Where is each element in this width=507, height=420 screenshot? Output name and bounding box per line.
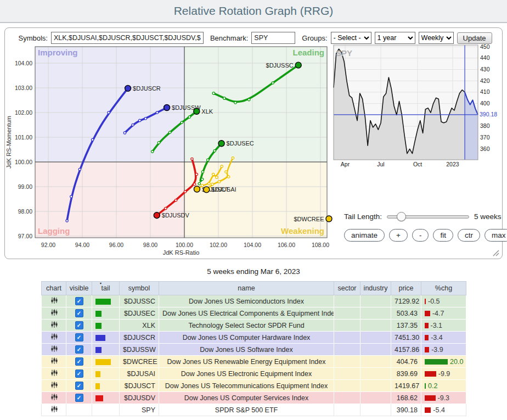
svg-text:101.00: 101.00 bbox=[15, 134, 32, 141]
chart-cell[interactable] bbox=[42, 295, 66, 307]
visible-checkbox[interactable]: ✓ bbox=[75, 345, 83, 354]
table-row[interactable]: ✓$DJUSSCDow Jones US Semiconductors Inde… bbox=[42, 295, 466, 307]
rrg-dot-$DJUSCT[interactable] bbox=[194, 186, 200, 192]
visible-checkbox[interactable]: ✓ bbox=[75, 394, 83, 402]
pct-chg-value: 0.2 bbox=[428, 382, 437, 390]
visible-checkbox[interactable]: ✓ bbox=[75, 309, 83, 317]
fit-button[interactable]: fit bbox=[433, 229, 453, 242]
rrg-dot-$DJUSEC[interactable] bbox=[218, 141, 224, 147]
chart-cell[interactable] bbox=[42, 392, 66, 404]
max-button[interactable]: max bbox=[485, 229, 507, 242]
chart-icon[interactable] bbox=[50, 296, 58, 304]
visible-checkbox[interactable]: ✓ bbox=[75, 297, 83, 305]
symbol-cell: $DJUSCR bbox=[120, 332, 159, 344]
chart-cell[interactable] bbox=[42, 332, 66, 344]
symbols-label: Symbols: bbox=[18, 34, 47, 42]
benchmark-input[interactable] bbox=[251, 32, 295, 44]
table-row[interactable]: ✓XLKTechnology Select Sector SPDR Fund13… bbox=[42, 320, 466, 332]
tail-cell bbox=[92, 307, 120, 320]
table-row[interactable]: ✓$DJUSECDow Jones US Electrical Componen… bbox=[42, 307, 466, 320]
chart-cell[interactable] bbox=[42, 368, 66, 380]
chart-cell[interactable] bbox=[42, 356, 66, 368]
rrg-app: Relative Rotation Graph (RRG) Symbols: B… bbox=[0, 0, 507, 420]
chart-cell[interactable] bbox=[42, 320, 66, 332]
animate-button[interactable]: animate bbox=[344, 229, 385, 242]
visible-cell[interactable]: ✓ bbox=[66, 368, 92, 380]
column-header-industry[interactable]: industry bbox=[360, 282, 391, 295]
chart-cell[interactable] bbox=[42, 307, 66, 320]
pct-chg-value: 20.0 bbox=[450, 358, 463, 366]
visible-checkbox[interactable]: ✓ bbox=[75, 333, 83, 341]
tail-swatch bbox=[95, 323, 102, 329]
visible-cell[interactable]: ✓ bbox=[66, 344, 92, 356]
chart-icon[interactable] bbox=[50, 345, 58, 352]
table-row[interactable]: SPYSPDR S&P 500 ETF390.18-5.4 bbox=[42, 404, 466, 416]
tail-length-slider-thumb[interactable] bbox=[397, 212, 406, 221]
frequency-select[interactable]: Weekly bbox=[419, 32, 454, 44]
chart-icon[interactable] bbox=[50, 369, 58, 377]
update-button[interactable]: Update bbox=[457, 32, 492, 44]
rrg-dot-$DJUSSW[interactable] bbox=[164, 105, 170, 111]
table-row[interactable]: ✓$DJUSAIDow Jones US Electronic Equipmen… bbox=[42, 368, 466, 380]
column-header-name[interactable]: name bbox=[159, 282, 334, 295]
column-header-chg[interactable]: %chg bbox=[421, 282, 466, 295]
visible-checkbox[interactable]: ✓ bbox=[75, 369, 83, 378]
chart-icon[interactable] bbox=[50, 381, 58, 389]
table-row[interactable]: ✓$DJUSCTDow Jones US Telecommunications … bbox=[42, 380, 466, 392]
visible-cell[interactable]: ✓ bbox=[66, 307, 92, 320]
column-header-symbol[interactable]: symbol bbox=[120, 282, 159, 295]
visible-checkbox[interactable]: ✓ bbox=[75, 357, 83, 366]
center-button[interactable]: ctr bbox=[458, 229, 480, 242]
chart-cell[interactable] bbox=[42, 380, 66, 392]
name-cell: Dow Jones US Computer Services Index bbox=[159, 392, 334, 404]
symbols-input[interactable] bbox=[51, 32, 204, 44]
tail-swatch bbox=[95, 311, 102, 317]
resize-grip-icon[interactable] bbox=[492, 249, 499, 256]
rrg-dot-$DJUSSC[interactable] bbox=[295, 62, 301, 68]
svg-text:108.00: 108.00 bbox=[312, 242, 329, 248]
tail-length-control: Tail Length: 5 weeks bbox=[344, 212, 502, 221]
table-row[interactable]: ✓$DWCREEDow Jones US Renewable Energy Eq… bbox=[42, 356, 466, 368]
visible-cell[interactable]: ✓ bbox=[66, 392, 92, 404]
visible-cell[interactable] bbox=[66, 404, 92, 416]
tail-length-slider[interactable] bbox=[387, 215, 469, 219]
column-header-price[interactable]: price bbox=[391, 282, 421, 295]
groups-select[interactable]: - Select - bbox=[331, 32, 371, 44]
visible-cell[interactable]: ✓ bbox=[66, 295, 92, 307]
zoom-in-button[interactable]: + bbox=[389, 229, 408, 242]
rrg-dot-XLK[interactable] bbox=[194, 108, 200, 114]
chart-cell[interactable] bbox=[42, 404, 66, 416]
chart-icon[interactable] bbox=[50, 393, 58, 401]
chart-icon[interactable] bbox=[50, 321, 58, 328]
table-row[interactable]: ✓$DJUSCRDow Jones US Computer Hardware I… bbox=[42, 332, 466, 344]
chart-icon[interactable] bbox=[50, 309, 58, 316]
chart-icon[interactable] bbox=[50, 333, 58, 340]
chart-cell[interactable] bbox=[42, 344, 66, 356]
period-select[interactable]: 1 year bbox=[375, 32, 415, 44]
industry-cell bbox=[360, 380, 391, 392]
column-header-tail[interactable]: tail▾ bbox=[92, 282, 120, 295]
visible-cell[interactable]: ✓ bbox=[66, 332, 92, 344]
visible-checkbox[interactable]: ✓ bbox=[75, 382, 83, 390]
rrg-dot-$DJUSCR[interactable] bbox=[125, 85, 131, 91]
visible-cell[interactable]: ✓ bbox=[66, 380, 92, 392]
chart-icon[interactable] bbox=[50, 405, 58, 413]
chart-icon[interactable] bbox=[50, 357, 58, 365]
rrg-dot-$DJUSAI[interactable] bbox=[204, 187, 210, 193]
table-row[interactable]: ✓$DJUSDVDow Jones US Computer Services I… bbox=[42, 392, 466, 404]
zoom-out-button[interactable]: - bbox=[412, 229, 429, 242]
pct-chg-bar bbox=[425, 299, 426, 304]
column-header-visible[interactable]: visible bbox=[66, 282, 92, 295]
table-row[interactable]: ✓$DJUSSWDow Jones US Software Index4157.… bbox=[42, 344, 466, 356]
svg-text:2023: 2023 bbox=[446, 161, 459, 167]
visible-cell[interactable]: ✓ bbox=[66, 356, 92, 368]
visible-checkbox[interactable]: ✓ bbox=[75, 321, 83, 329]
rrg-dot-$DJUSDV[interactable] bbox=[154, 212, 160, 219]
rrg-dot-$DWCREE[interactable] bbox=[326, 216, 332, 222]
column-header-sector[interactable]: sector bbox=[334, 282, 360, 295]
symbols-table: chartvisibletail▾symbolnamesectorindustr… bbox=[41, 281, 466, 416]
tail-cell bbox=[92, 356, 120, 368]
svg-text:106.00: 106.00 bbox=[278, 242, 295, 248]
column-header-chart[interactable]: chart bbox=[42, 282, 66, 295]
visible-cell[interactable]: ✓ bbox=[66, 320, 92, 332]
